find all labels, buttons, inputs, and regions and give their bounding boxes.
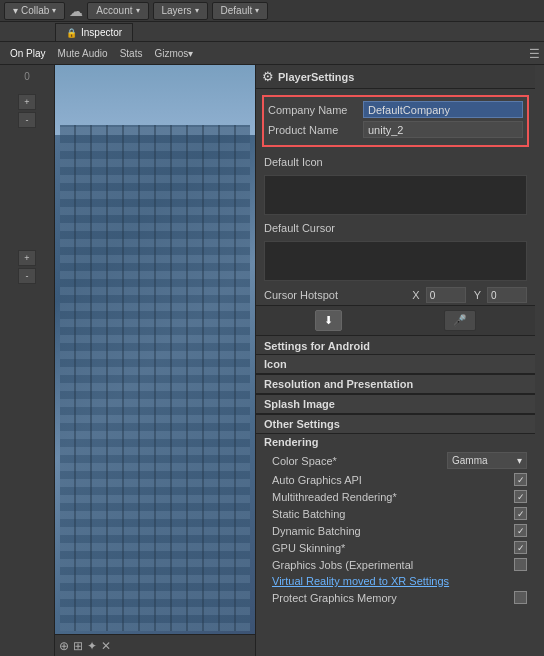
company-name-label: Company Name	[268, 104, 363, 116]
splash-section-header[interactable]: Splash Image	[256, 394, 535, 414]
hamburger-button[interactable]: ☰	[529, 47, 540, 61]
mute-audio-button[interactable]: Mute Audio	[52, 44, 114, 64]
cursor-x-label: X	[412, 289, 419, 301]
left-btn-3[interactable]: -	[18, 268, 36, 284]
color-space-value: Gamma	[452, 455, 488, 466]
tab-bar: 🔒 Inspector	[0, 22, 544, 42]
account-arrow: ▾	[136, 6, 140, 15]
collab-label: Collab	[21, 5, 49, 16]
dynamic-batching-checkbox[interactable]	[514, 524, 527, 537]
building-columns	[60, 125, 250, 631]
building-texture	[60, 125, 250, 631]
default-icon-label: Default Icon	[264, 156, 323, 168]
dynamic-batching-row: Dynamic Batching	[256, 522, 535, 539]
default-icon-item: Default Icon	[256, 153, 535, 171]
account-button[interactable]: Account ▾	[87, 2, 148, 20]
platform-mic-btn[interactable]: 🎤	[444, 310, 476, 331]
collab-button[interactable]: ▾ Collab ▾	[4, 2, 65, 20]
lock-icon: 🔒	[66, 28, 77, 38]
color-space-row: Color Space* Gamma ▾	[256, 450, 535, 471]
collab-arrow: ▾	[52, 6, 56, 15]
gpu-skinning-label: GPU Skinning*	[272, 542, 514, 554]
mute-audio-label: Mute Audio	[58, 48, 108, 59]
cursor-hotspot-row: Cursor Hotspot X Y	[256, 285, 535, 305]
gear-icon: ⚙	[262, 69, 274, 84]
cursor-hotspot-label: Cursor Hotspot	[264, 289, 408, 301]
gizmos-button[interactable]: Gizmos ▾	[148, 44, 199, 64]
settings-for-android-label: Settings for Android	[256, 336, 535, 354]
scene-star-btn[interactable]: ✦	[87, 639, 97, 653]
scene-close-btn[interactable]: ✕	[101, 639, 111, 653]
product-name-row: Product Name	[268, 121, 523, 138]
default-button[interactable]: Default ▾	[212, 2, 269, 20]
left-arrow-up[interactable]: +	[18, 94, 36, 110]
resolution-section-header[interactable]: Resolution and Presentation	[256, 374, 535, 394]
default-cursor-preview	[264, 241, 527, 281]
default-label: Default	[221, 5, 253, 16]
main-layout: 0 + - + - ⊕ ⊞ ✦ ✕ ⚙ PlayerSettings	[0, 65, 544, 656]
on-play-label: On Play	[10, 48, 46, 59]
left-arrow-down[interactable]: -	[18, 112, 36, 128]
static-batching-label: Static Batching	[272, 508, 514, 520]
multithreaded-row: Multithreaded Rendering*	[256, 488, 535, 505]
layers-label: Layers	[162, 5, 192, 16]
static-batching-row: Static Batching	[256, 505, 535, 522]
scene-view: ⊕ ⊞ ✦ ✕	[55, 65, 255, 656]
default-cursor-item: Default Cursor	[256, 219, 535, 237]
dropdown-arrow-icon: ▾	[517, 455, 522, 466]
scene-layers-btn[interactable]: ⊞	[73, 639, 83, 653]
multithreaded-checkbox[interactable]	[514, 490, 527, 503]
cursor-y-label: Y	[474, 289, 481, 301]
left-panel: 0 + - + -	[0, 65, 55, 656]
inspector-panel: ⚙ PlayerSettings Company Name Product Na…	[255, 65, 535, 656]
multithreaded-label: Multithreaded Rendering*	[272, 491, 514, 503]
scene-add-btn[interactable]: ⊕	[59, 639, 69, 653]
account-label: Account	[96, 5, 132, 16]
scene-image	[55, 65, 255, 656]
static-batching-checkbox[interactable]	[514, 507, 527, 520]
scene-bottom-bar: ⊕ ⊞ ✦ ✕	[55, 634, 255, 656]
frame-number: 0	[24, 69, 30, 84]
graphics-jobs-checkbox[interactable]	[514, 558, 527, 571]
auto-graphics-row: Auto Graphics API	[256, 471, 535, 488]
product-name-input[interactable]	[363, 121, 523, 138]
tab-inspector[interactable]: 🔒 Inspector	[55, 23, 133, 41]
company-name-row: Company Name	[268, 101, 523, 118]
gpu-skinning-checkbox[interactable]	[514, 541, 527, 554]
protect-graphics-checkbox[interactable]	[514, 591, 527, 604]
protect-graphics-label: Protect Graphics Memory	[272, 592, 514, 604]
layers-button[interactable]: Layers ▾	[153, 2, 208, 20]
vr-link[interactable]: Virtual Reality moved to XR Settings	[256, 573, 535, 589]
other-settings-header[interactable]: Other Settings	[256, 414, 535, 434]
cursor-y-input[interactable]	[487, 287, 527, 303]
company-name-input[interactable]	[363, 101, 523, 118]
default-arrow: ▾	[255, 6, 259, 15]
left-btn-2[interactable]: +	[18, 250, 36, 266]
graphics-jobs-row: Graphics Jobs (Experimental	[256, 556, 535, 573]
default-icon-preview	[264, 175, 527, 215]
auto-graphics-label: Auto Graphics API	[272, 474, 514, 486]
cloud-icon: ☁	[69, 3, 83, 19]
protect-graphics-row: Protect Graphics Memory	[256, 589, 535, 606]
company-section: Company Name Product Name	[262, 95, 529, 147]
graphics-jobs-label: Graphics Jobs (Experimental	[272, 559, 514, 571]
auto-graphics-checkbox[interactable]	[514, 473, 527, 486]
color-space-dropdown[interactable]: Gamma ▾	[447, 452, 527, 469]
platform-android-btn[interactable]: ⬇	[315, 310, 342, 331]
collab-icon: ▾	[13, 5, 18, 16]
player-settings-title: PlayerSettings	[278, 71, 354, 83]
stats-button[interactable]: Stats	[114, 44, 149, 64]
inspector-scroll-area[interactable]: Company Name Product Name Default Icon D…	[256, 89, 535, 656]
stats-label: Stats	[120, 48, 143, 59]
platform-icon-bar: ⬇ 🎤	[256, 305, 535, 336]
product-name-label: Product Name	[268, 124, 363, 136]
gpu-skinning-row: GPU Skinning*	[256, 539, 535, 556]
icon-section-header[interactable]: Icon	[256, 354, 535, 374]
on-play-button[interactable]: On Play	[4, 44, 52, 64]
gizmos-arrow-icon: ▾	[188, 48, 193, 59]
rendering-label: Rendering	[256, 434, 535, 450]
cursor-x-input[interactable]	[426, 287, 466, 303]
color-space-label: Color Space*	[272, 455, 447, 467]
inspector-tab-label: Inspector	[81, 27, 122, 38]
second-toolbar: On Play Mute Audio Stats Gizmos ▾ ☰	[0, 43, 544, 65]
